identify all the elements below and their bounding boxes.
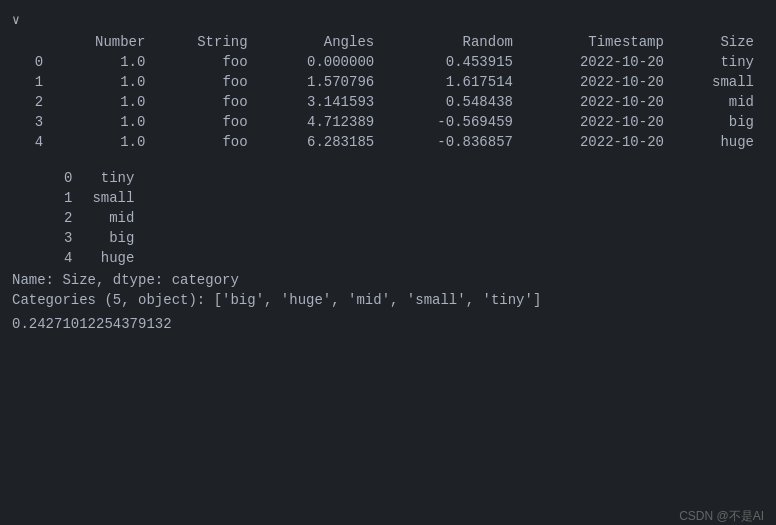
top-arrow: ∨ (0, 8, 776, 32)
cell-number: 1.0 (53, 92, 155, 112)
cell-random: -0.569459 (384, 112, 523, 132)
table-row: 4 1.0 foo 6.283185 -0.836857 2022-10-20 … (12, 132, 764, 152)
cell-angles: 0.000000 (258, 52, 385, 72)
cell-random: 0.453915 (384, 52, 523, 72)
cell-timestamp: 2022-10-20 (523, 52, 674, 72)
series-section: 0 tiny 1 small 2 mid 3 big 4 huge (0, 166, 776, 270)
col-header-number: Number (53, 32, 155, 52)
series-table: 0 tiny 1 small 2 mid 3 big 4 huge (12, 168, 144, 268)
col-header-timestamp: Timestamp (523, 32, 674, 52)
series-index: 4 (12, 248, 82, 268)
series-value: big (82, 228, 144, 248)
cell-string: foo (155, 72, 257, 92)
series-index: 1 (12, 188, 82, 208)
dataframe-table: Number String Angles Random Timestamp Si… (12, 32, 764, 152)
series-value: tiny (82, 168, 144, 188)
cell-angles: 1.570796 (258, 72, 385, 92)
cell-index: 1 (12, 72, 53, 92)
cell-size: mid (674, 92, 764, 112)
cell-number: 1.0 (53, 112, 155, 132)
cell-timestamp: 2022-10-20 (523, 72, 674, 92)
cell-timestamp: 2022-10-20 (523, 112, 674, 132)
series-name-line: Name: Size, dtype: category (0, 270, 776, 290)
cell-size: big (674, 112, 764, 132)
series-index: 2 (12, 208, 82, 228)
series-categories-line: Categories (5, object): ['big', 'huge', … (0, 290, 776, 310)
table-row: 3 1.0 foo 4.712389 -0.569459 2022-10-20 … (12, 112, 764, 132)
cell-string: foo (155, 52, 257, 72)
cell-angles: 4.712389 (258, 112, 385, 132)
watermark: CSDN @不是AI (679, 508, 764, 525)
series-index: 3 (12, 228, 82, 248)
cell-string: foo (155, 92, 257, 112)
series-row: 2 mid (12, 208, 144, 228)
cell-angles: 3.141593 (258, 92, 385, 112)
series-row: 1 small (12, 188, 144, 208)
cell-string: foo (155, 132, 257, 152)
col-header-string: String (155, 32, 257, 52)
series-value: mid (82, 208, 144, 228)
series-row: 3 big (12, 228, 144, 248)
cell-random: 1.617514 (384, 72, 523, 92)
cell-size: small (674, 72, 764, 92)
cell-index: 2 (12, 92, 53, 112)
col-header-random: Random (384, 32, 523, 52)
table-row: 2 1.0 foo 3.141593 0.548438 2022-10-20 m… (12, 92, 764, 112)
cell-number: 1.0 (53, 72, 155, 92)
table-row: 1 1.0 foo 1.570796 1.617514 2022-10-20 s… (12, 72, 764, 92)
cell-index: 0 (12, 52, 53, 72)
cell-number: 1.0 (53, 52, 155, 72)
cell-timestamp: 2022-10-20 (523, 132, 674, 152)
cell-size: tiny (674, 52, 764, 72)
series-row: 0 tiny (12, 168, 144, 188)
series-value: huge (82, 248, 144, 268)
cell-size: huge (674, 132, 764, 152)
cell-index: 4 (12, 132, 53, 152)
dataframe-table-section: Number String Angles Random Timestamp Si… (0, 32, 776, 152)
cell-number: 1.0 (53, 132, 155, 152)
cell-index: 3 (12, 112, 53, 132)
col-header-angles: Angles (258, 32, 385, 52)
main-container: ∨ Number String Angles Random Timestamp … (0, 8, 776, 525)
cell-timestamp: 2022-10-20 (523, 92, 674, 112)
float-value-line: 0.24271012254379132 (0, 310, 776, 334)
table-header-row: Number String Angles Random Timestamp Si… (12, 32, 764, 52)
series-row: 4 huge (12, 248, 144, 268)
cell-angles: 6.283185 (258, 132, 385, 152)
cell-random: -0.836857 (384, 132, 523, 152)
col-header-size: Size (674, 32, 764, 52)
cell-string: foo (155, 112, 257, 132)
series-value: small (82, 188, 144, 208)
table-row: 0 1.0 foo 0.000000 0.453915 2022-10-20 t… (12, 52, 764, 72)
col-header-blank (12, 32, 53, 52)
cell-random: 0.548438 (384, 92, 523, 112)
series-index: 0 (12, 168, 82, 188)
